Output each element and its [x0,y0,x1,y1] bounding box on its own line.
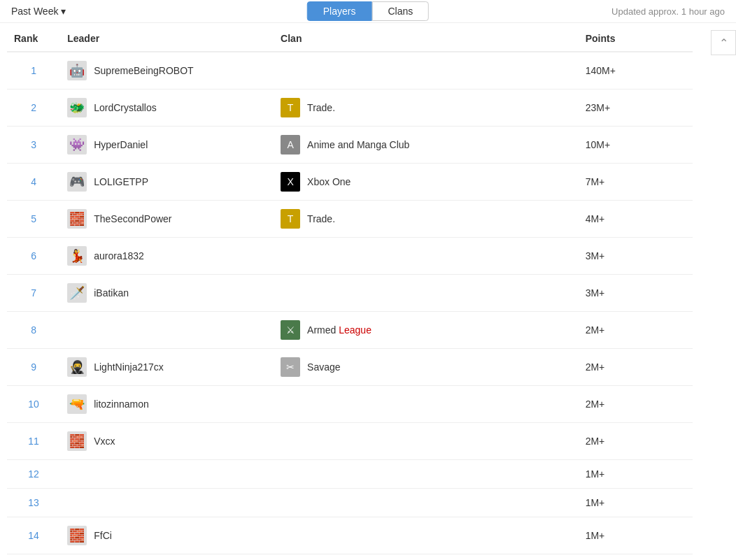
rank-cell: 5 [7,201,60,238]
clan-cell: ⚔Armed League [274,312,579,349]
rank-cell: 13 [7,489,60,517]
clan-name: Xbox One [307,176,351,187]
leader-name: iBatikan [94,287,129,299]
rank-cell: 7 [7,275,60,312]
table-row: 131M+ [7,489,693,517]
points-cell: 1M+ [579,460,693,489]
clan-cell: XXbox One [274,164,579,201]
table-row: 3👾HyperDanielAAnime and Manga Club10M+ [7,127,693,164]
clan-cell [274,275,579,312]
clan-icon: T [281,209,300,229]
table-row: 11🧱Vxcx2M+ [7,423,693,460]
col-points: Points [579,23,693,52]
tab-clans[interactable]: Clans [371,1,429,21]
avatar: 🥷 [67,357,87,377]
clan-cell: AAnime and Manga Club [274,127,579,164]
clan-name: Anime and Manga Club [307,139,409,150]
clan-cell [274,238,579,275]
avatar: 🤖 [67,61,87,80]
points-cell: 10M+ [579,127,693,164]
table-row: 6💃aurora18323M+ [7,238,693,275]
points-cell: 1M+ [579,517,693,554]
leader-cell: 🧱FfCi [60,517,274,554]
top-bar: Past Week ▾ Players Clans Updated approx… [0,0,736,23]
filter-button[interactable]: Past Week ▾ [11,6,66,17]
leader-cell: 👾HyperDaniel [60,127,274,163]
table-row: 14🧱FfCi1M+ [7,517,693,554]
rank-cell: 11 [7,423,60,460]
points-cell: 2M+ [579,386,693,423]
leader-name: LordCrystallos [94,102,156,113]
leader-cell: 💃aurora1832 [60,238,274,274]
clan-cell [274,423,579,460]
clan-icon: T [281,98,300,117]
rank-cell: 6 [7,238,60,275]
points-cell: 3M+ [579,238,693,275]
leader-name: aurora1832 [94,250,144,261]
leader-name: SupremeBeingROBOT [94,65,193,76]
col-leader: Leader [60,23,274,52]
table-row: 4🎮LOLIGETPPXXbox One7M+ [7,164,693,201]
leader-cell: 🐲LordCrystallos [60,89,274,126]
rank-cell: 10 [7,386,60,423]
avatar: 👾 [67,135,87,155]
clan-cell [274,52,579,89]
scroll-up-button[interactable]: ⌃ [711,30,736,55]
clan-cell: TTrade. [274,201,579,238]
clan-cell: ✂Savage [274,349,579,386]
points-cell: 4M+ [579,201,693,238]
col-clan: Clan [274,23,579,52]
leader-cell: 🤖SupremeBeingROBOT [60,52,274,89]
table-row: 7🗡️iBatikan3M+ [7,275,693,312]
leaderboard-container: Rank Leader Clan Points 1🤖SupremeBeingRO… [0,23,736,554]
chevron-up-icon: ⌃ [719,36,728,50]
leader-cell [60,489,274,505]
rank-cell: 8 [7,312,60,349]
leader-cell: 🥷LightNinja217cx [60,349,274,385]
leader-name: LOLIGETPP [94,176,148,187]
clan-cell [274,460,579,489]
clan-cell [274,489,579,517]
rank-cell: 12 [7,460,60,489]
clan-name: Armed League [307,324,371,336]
points-cell: 3M+ [579,275,693,312]
clan-icon: ⚔ [281,320,300,340]
rank-cell: 14 [7,517,60,554]
clan-name: Trade. [307,213,335,224]
table-row: 5🧱TheSecondPowerTTrade.4M+ [7,201,693,238]
avatar: 🎮 [67,172,87,192]
avatar: 🗡️ [67,283,87,303]
clan-icon: A [281,135,300,155]
clan-cell [274,517,579,554]
tab-group: Players Clans [307,1,429,21]
points-cell: 2M+ [579,349,693,386]
leader-name: HyperDaniel [94,139,148,150]
table-row: 121M+ [7,460,693,489]
filter-arrow-icon: ▾ [61,6,66,17]
rank-cell: 9 [7,349,60,386]
leaderboard-table: Rank Leader Clan Points 1🤖SupremeBeingRO… [7,23,693,554]
avatar: 🧱 [67,526,87,545]
avatar: 💃 [67,246,87,266]
leader-name: FfCi [94,530,112,541]
clan-cell [274,386,579,423]
rank-cell: 2 [7,89,60,127]
table-row: 10🔫litozinnamon2M+ [7,386,693,423]
clan-icon: ✂ [281,357,300,377]
clan-icon: X [281,172,300,192]
points-cell: 1M+ [579,489,693,517]
tab-players[interactable]: Players [307,1,372,21]
avatar: 🔫 [67,394,87,414]
rank-cell: 3 [7,127,60,164]
points-cell: 2M+ [579,423,693,460]
table-row: 9🥷LightNinja217cx✂Savage2M+ [7,349,693,386]
clan-cell: TTrade. [274,89,579,127]
leader-cell: 🗡️iBatikan [60,275,274,311]
points-cell: 23M+ [579,89,693,127]
filter-label: Past Week [11,6,58,17]
clan-name: Trade. [307,102,335,113]
avatar: 🧱 [67,431,87,451]
leader-name: litozinnamon [94,399,149,410]
table-row: 1🤖SupremeBeingROBOT140M+ [7,52,693,89]
leader-cell [60,312,274,329]
